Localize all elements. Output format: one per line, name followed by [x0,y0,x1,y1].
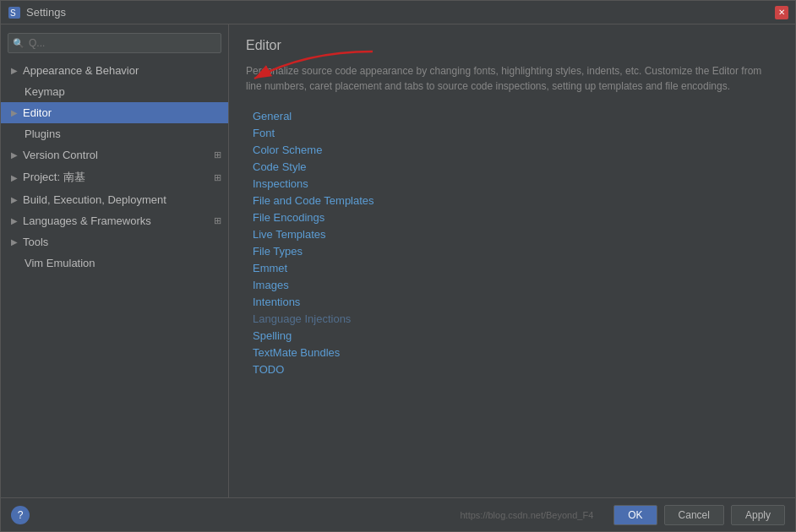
arrow-icon: ▶ [11,108,18,117]
arrow-icon: ▶ [11,216,18,225]
page-title: Editor [246,38,778,53]
list-item: General [253,109,778,123]
list-item: TextMate Bundles [253,345,778,360]
app-icon: S [8,6,21,19]
list-item: Inspections [253,176,778,191]
list-item: TODO [253,362,778,377]
close-button[interactable]: ✕ [775,6,788,19]
link-file-code-templates[interactable]: File and Code Templates [253,193,374,208]
link-todo[interactable]: TODO [253,362,284,377]
sidebar-item-languages[interactable]: ▶ Languages & Frameworks ⊞ [1,210,228,231]
list-item: Color Scheme [253,143,778,157]
sidebar-item-build[interactable]: ▶ Build, Execution, Deployment [1,189,228,210]
link-live-templates[interactable]: Live Templates [253,227,325,242]
footer-right: https://blog.csdn.net/Beyond_F4 OK Cance… [460,505,785,525]
footer: ? https://blog.csdn.net/Beyond_F4 OK Can… [1,497,795,531]
window-title: Settings [26,6,775,19]
sidebar-item-label: Editor [23,106,52,119]
link-language-injections[interactable]: Language Injections [253,312,351,326]
list-item: Language Injections [253,312,778,326]
sidebar-item-label: Keymap [25,85,65,98]
sidebar-item-label: Build, Execution, Deployment [23,193,166,206]
link-emmet[interactable]: Emmet [253,261,287,275]
list-item: File Encodings [253,210,778,225]
list-item: Font [253,126,778,140]
search-box: 🔍 [8,33,221,53]
sidebar-item-label: Plugins [25,128,61,140]
sidebar-item-label: Project: 南基 [23,170,85,185]
list-item: Spelling [253,328,778,343]
arrow-icon: ▶ [11,237,18,247]
sidebar-item-keymap[interactable]: Keymap [1,81,228,102]
main-content: Editor Personalize source code appearanc… [229,24,795,497]
link-spelling[interactable]: Spelling [253,328,292,343]
sidebar-item-label: Version Control [23,149,98,161]
footer-left: ? [11,506,30,524]
link-intentions[interactable]: Intentions [253,295,300,309]
link-file-types[interactable]: File Types [253,244,303,258]
sidebar-item-vim[interactable]: Vim Emulation [1,252,228,274]
sidebar-item-version-control[interactable]: ▶ Version Control ⊞ [1,144,228,166]
external-icon: ⊞ [214,215,221,226]
sidebar-item-label: Vim Emulation [25,257,95,269]
sidebar-item-label: Languages & Frameworks [23,214,151,227]
list-item: Emmet [253,261,778,275]
settings-window: S Settings ✕ 🔍 ▶ Appearance & Behavior K… [0,0,796,532]
content-area: 🔍 ▶ Appearance & Behavior Keymap ▶ Edito… [1,24,795,497]
title-bar: S Settings ✕ [1,1,795,24]
list-item: Code Style [253,160,778,174]
link-inspections[interactable]: Inspections [253,176,308,191]
sidebar-nav: ▶ Appearance & Behavior Keymap ▶ Editor … [1,60,228,274]
link-code-style[interactable]: Code Style [253,160,307,174]
search-icon: 🔍 [13,38,25,49]
help-button[interactable]: ? [11,506,30,524]
sidebar-item-label: Tools [23,236,48,248]
sidebar: 🔍 ▶ Appearance & Behavior Keymap ▶ Edito… [1,24,229,497]
svg-text:S: S [10,8,16,18]
link-font[interactable]: Font [253,126,275,140]
link-images[interactable]: Images [253,278,289,292]
sidebar-item-appearance[interactable]: ▶ Appearance & Behavior [1,60,228,81]
link-textmate-bundles[interactable]: TextMate Bundles [253,345,340,360]
sidebar-item-tools[interactable]: ▶ Tools [1,231,228,252]
link-color-scheme[interactable]: Color Scheme [253,143,322,157]
external-icon: ⊞ [214,149,221,160]
arrow-icon: ▶ [11,195,18,204]
ok-button[interactable]: OK [613,505,657,525]
list-item: File Types [253,244,778,258]
arrow-icon: ▶ [11,150,18,160]
cancel-button[interactable]: Cancel [664,505,724,525]
footer-url: https://blog.csdn.net/Beyond_F4 [460,510,593,520]
apply-button[interactable]: Apply [731,505,785,525]
arrow-icon: ▶ [11,173,18,182]
list-item: Intentions [253,295,778,309]
external-icon: ⊞ [214,172,221,183]
arrow-icon: ▶ [11,66,18,75]
list-item: File and Code Templates [253,193,778,208]
list-item: Images [253,278,778,292]
list-item: Live Templates [253,227,778,242]
links-list: General Font Color Scheme Code Style Ins… [246,109,778,377]
sidebar-item-project[interactable]: ▶ Project: 南基 ⊞ [1,166,228,189]
sidebar-item-label: Appearance & Behavior [23,64,139,77]
sidebar-item-editor[interactable]: ▶ Editor [1,102,228,123]
link-file-encodings[interactable]: File Encodings [253,210,324,225]
link-general[interactable]: General [253,109,292,123]
sidebar-item-plugins[interactable]: Plugins [1,123,228,144]
page-description: Personalize source code appearance by ch… [246,63,778,94]
search-input[interactable] [8,33,221,53]
